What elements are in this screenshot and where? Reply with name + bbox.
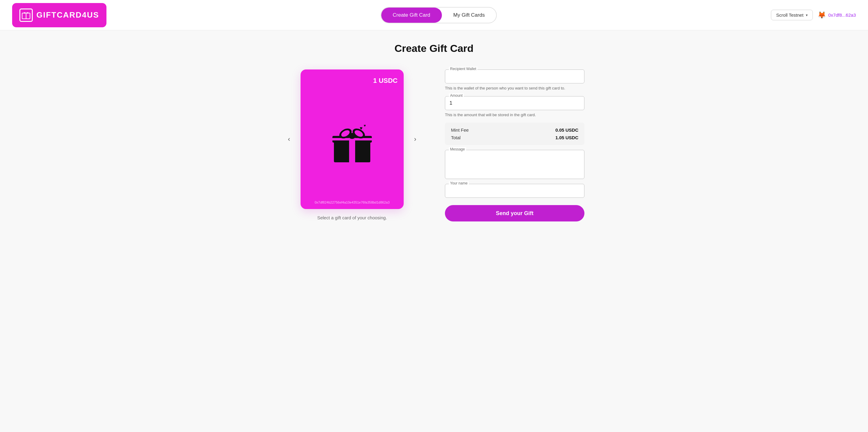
logo-icon (20, 8, 33, 22)
gift-card: 1 USDC (301, 69, 404, 209)
recipient-wallet-input[interactable] (450, 73, 580, 80)
svg-text:♥: ♥ (360, 126, 363, 131)
fee-box: Mint Fee 0.05 USDC Total 1.05 USDC (445, 123, 584, 145)
mint-fee-label: Mint Fee (451, 127, 469, 132)
fox-icon: 🦊 (818, 11, 826, 19)
total-row: Total 1.05 USDC (451, 135, 578, 140)
carousel-inner: ‹ 1 USDC (284, 69, 421, 209)
recipient-wallet-field-wrapper: Recipient Wallet (445, 69, 584, 84)
mint-fee-row: Mint Fee 0.05 USDC (451, 127, 578, 132)
amount-group: Amount This is the amount that will be s… (445, 96, 584, 118)
content-layout: ‹ 1 USDC (240, 69, 628, 221)
your-name-group: Your name (445, 184, 584, 198)
svg-point-10 (348, 133, 356, 139)
logo-text: GIFTCARD4US (36, 10, 99, 20)
amount-field-wrapper: Amount (445, 96, 584, 110)
amount-input[interactable] (450, 99, 580, 107)
form-area: Recipient Wallet This is the wallet of t… (445, 69, 584, 221)
card-icon-area: ♥ ♥ (328, 85, 376, 200)
svg-text:♥: ♥ (364, 123, 366, 128)
recipient-wallet-hint: This is the wallet of the person who you… (445, 85, 584, 91)
network-selector[interactable]: Scroll Testnet ▾ (771, 10, 813, 20)
network-label: Scroll Testnet (776, 12, 803, 18)
amount-label: Amount (449, 93, 464, 98)
create-gift-card-tab[interactable]: Create Gift Card (381, 8, 442, 23)
carousel-area: ‹ 1 USDC (284, 69, 421, 220)
message-label: Message (449, 147, 466, 151)
total-label: Total (451, 135, 461, 140)
carousel-caption: Select a gift card of your choosing. (317, 215, 387, 220)
send-gift-button[interactable]: Send your Gift (445, 205, 584, 221)
wallet-address-text: 0x7df8...62a3 (828, 12, 856, 18)
card-amount: 1 USDC (373, 77, 398, 85)
message-input[interactable] (450, 153, 580, 175)
card-address: 0x7df824b22756ef4a10e4351e76fa358bd1d862… (314, 200, 390, 204)
wallet-address-display: 🦊 0x7df8...62a3 (818, 11, 856, 19)
your-name-label: Your name (449, 181, 469, 185)
amount-hint: This is the amount that will be stored i… (445, 112, 584, 118)
your-name-input[interactable] (450, 187, 580, 194)
page-title: Create Gift Card (240, 42, 628, 54)
mint-fee-value: 0.05 USDC (555, 127, 578, 132)
recipient-wallet-label: Recipient Wallet (449, 67, 477, 71)
message-group: Message (445, 150, 584, 179)
carousel-next-button[interactable]: › (410, 134, 421, 145)
total-value: 1.05 USDC (555, 135, 578, 140)
logo: GIFTCARD4US (12, 3, 106, 27)
message-field-wrapper: Message (445, 150, 584, 179)
my-gift-cards-tab[interactable]: My Gift Cards (442, 8, 496, 23)
wallet-area: Scroll Testnet ▾ 🦊 0x7df8...62a3 (771, 10, 856, 20)
chevron-down-icon: ▾ (806, 13, 808, 17)
recipient-wallet-group: Recipient Wallet This is the wallet of t… (445, 69, 584, 91)
nav-tabs: Create Gift Card My Gift Cards (381, 7, 497, 23)
your-name-field-wrapper: Your name (445, 184, 584, 198)
carousel-prev-button[interactable]: ‹ (284, 134, 294, 145)
